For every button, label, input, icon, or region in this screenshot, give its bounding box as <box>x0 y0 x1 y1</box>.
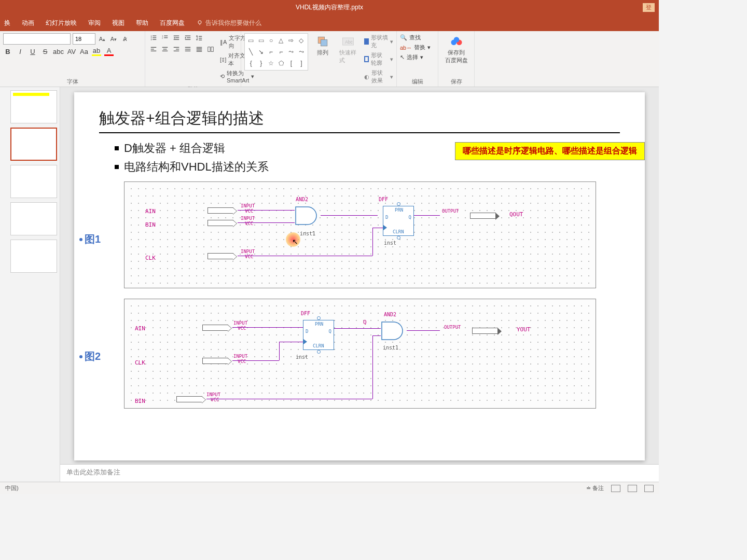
wire <box>232 327 303 328</box>
shape-triangle-icon[interactable]: △ <box>276 35 285 46</box>
shapes-gallery[interactable]: ▭ ▭ ○ △ ⇨ ◇ ╲ ↘ ⌐ ⌐ ⤳ ⤳ { } ☆ ⬠ [ ] <box>244 33 308 71</box>
reading-view-button[interactable] <box>644 485 654 492</box>
line-spacing-button[interactable] <box>194 33 204 43</box>
shape-outline-button[interactable]: 形状轮廓▾ <box>364 51 393 67</box>
slide-thumb-1[interactable] <box>10 90 57 123</box>
shape-elbow-icon[interactable]: ⌐ <box>267 47 275 57</box>
svg-rect-36 <box>197 51 202 52</box>
shape-lbracket-icon[interactable]: [ <box>287 58 296 68</box>
decrease-indent-button[interactable] <box>171 33 182 43</box>
highlight-callout[interactable]: 哪些描述是时序逻辑电路、哪些描述是组合逻辑 <box>455 142 645 160</box>
shape-elbow2-icon[interactable]: ⌐ <box>276 47 285 57</box>
bold-button[interactable]: B <box>3 48 12 55</box>
slide-canvas[interactable]: 触发器+组合逻辑的描述 D触发器 + 组合逻辑 电路结构和VHDL描述的关系 哪… <box>74 92 645 460</box>
shape-pent-icon[interactable]: ⬠ <box>276 58 285 68</box>
numbering-button[interactable]: 12 <box>160 33 170 43</box>
svg-rect-26 <box>162 51 168 51</box>
slide-thumb-3[interactable] <box>10 165 57 198</box>
shape-arrow2-icon[interactable]: ↘ <box>256 47 265 57</box>
comp-dff-1: DFF <box>379 197 388 202</box>
wire <box>372 228 383 228</box>
normal-view-button[interactable] <box>611 485 620 492</box>
svg-rect-2 <box>153 36 156 36</box>
svg-rect-14 <box>185 36 191 36</box>
clear-format-button[interactable]: A̷ <box>120 34 130 44</box>
wire <box>407 330 440 331</box>
strikethrough-button[interactable]: S <box>40 48 50 55</box>
slide-thumbnail-panel[interactable] <box>0 87 60 482</box>
sorter-view-button[interactable] <box>628 485 637 492</box>
shape-rbrace-icon[interactable]: } <box>256 58 265 68</box>
char-spacing-button[interactable]: AV <box>67 48 76 55</box>
align-center-button[interactable] <box>160 45 170 54</box>
notes-placeholder: 单击此处添加备注 <box>66 468 120 476</box>
quick-style-button[interactable]: Abc 快速样式 <box>337 33 359 65</box>
tell-me-label: 告诉我你想要做什么 <box>205 19 261 27</box>
arrange-button[interactable]: 排列 <box>313 33 332 58</box>
shape-effects-button[interactable]: ◐形状效果▾ <box>364 68 393 85</box>
shape-line-icon[interactable]: ╲ <box>246 47 255 57</box>
replace-button[interactable]: ab↔替换▾ <box>400 43 435 52</box>
increase-indent-button[interactable] <box>183 33 193 43</box>
notes-toggle-button[interactable]: ≐ 备注 <box>586 484 604 492</box>
svg-rect-38 <box>211 47 213 52</box>
save-baidu-button[interactable]: 保存到 百度网盘 <box>441 33 471 65</box>
menu-baidu[interactable]: 百度网盘 <box>160 19 185 27</box>
wire <box>372 228 373 256</box>
diagram-figure1[interactable]: AIN BIN CLK INPUT VCC INPUT VCC INPUT VC… <box>124 181 596 288</box>
svg-rect-23 <box>151 51 157 51</box>
decrease-font-button[interactable]: A▾ <box>109 34 118 44</box>
sig-bin-2: BIN <box>135 398 145 404</box>
shape-arrow-icon[interactable]: ⇨ <box>287 35 296 46</box>
slide-thumb-5[interactable] <box>10 240 57 273</box>
shape-diamond-icon[interactable]: ◇ <box>297 35 306 46</box>
diagram-figure2[interactable]: AIN CLK BIN INPUT VCC INPUT VCC INPUT VC… <box>124 299 596 409</box>
io-input-4: INPUT <box>233 321 247 326</box>
distribute-button[interactable] <box>194 45 204 54</box>
change-case-button[interactable]: Aa <box>79 48 89 55</box>
slide-title[interactable]: 触发器+组合逻辑的描述 <box>99 108 620 129</box>
shape-connector-icon[interactable]: ⤳ <box>297 47 306 57</box>
svg-rect-20 <box>199 40 202 40</box>
shape-star-icon[interactable]: ☆ <box>267 58 275 68</box>
slide-thumb-4[interactable] <box>10 202 57 235</box>
bullets-button[interactable] <box>148 33 159 43</box>
figure2-label: 图2 <box>79 349 101 363</box>
select-button[interactable]: ↖选择▾ <box>400 53 435 62</box>
menu-view[interactable]: 视图 <box>112 19 125 27</box>
svg-rect-13 <box>174 39 179 40</box>
increase-font-button[interactable]: A▴ <box>98 34 107 44</box>
underline-button[interactable]: U <box>28 48 37 55</box>
notes-pane[interactable]: 单击此处添加备注 <box>60 464 659 482</box>
shape-lbrace-icon[interactable]: { <box>246 58 255 68</box>
font-color-button[interactable]: A <box>104 47 114 56</box>
menu-animation[interactable]: 动画 <box>22 19 34 27</box>
shape-fill-button[interactable]: 形状填充▾ <box>364 33 393 50</box>
shape-curve-icon[interactable]: ⤳ <box>287 47 296 57</box>
columns-button[interactable] <box>205 45 216 54</box>
align-left-button[interactable] <box>148 45 159 54</box>
menu-slideshow[interactable]: 幻灯片放映 <box>46 19 77 27</box>
menu-transition[interactable]: 换 <box>4 19 10 27</box>
shape-circle-icon[interactable]: ○ <box>267 35 275 46</box>
align-right-button[interactable] <box>171 45 182 54</box>
italic-button[interactable]: I <box>16 48 25 55</box>
shape-rbracket-icon[interactable]: ] <box>297 58 306 68</box>
font-highlight-button[interactable]: ab <box>92 47 101 56</box>
align-justify-button[interactable] <box>183 45 193 54</box>
wire <box>238 256 372 256</box>
font-size-input[interactable] <box>73 33 95 45</box>
sig-clk-2: CLK <box>135 359 145 366</box>
shape-rect-icon[interactable]: ▭ <box>246 35 255 46</box>
svg-rect-27 <box>174 47 179 48</box>
text-shadow-button[interactable]: abc <box>53 48 64 55</box>
menu-review[interactable]: 审阅 <box>88 19 101 27</box>
menu-help[interactable]: 帮助 <box>136 19 148 27</box>
slide-thumb-2[interactable] <box>10 128 57 161</box>
font-name-input[interactable] <box>3 33 71 45</box>
tell-me-search[interactable]: 告诉我你想要做什么 <box>196 19 261 27</box>
status-language[interactable]: 中国) <box>5 484 19 492</box>
login-button[interactable]: 登 <box>643 3 655 12</box>
shape-rect2-icon[interactable]: ▭ <box>256 35 265 46</box>
find-button[interactable]: 🔍查找 <box>400 33 435 42</box>
